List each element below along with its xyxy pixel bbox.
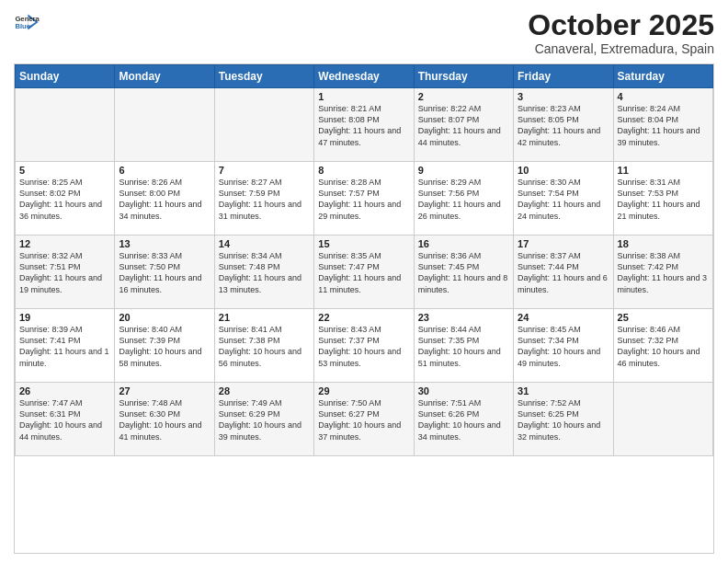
title-block: October 2025 Canaveral, Extremadura, Spa… bbox=[528, 9, 714, 56]
day-number: 12 bbox=[19, 238, 110, 249]
day-info: Sunrise: 8:46 AMSunset: 7:32 PMDaylight:… bbox=[618, 324, 709, 369]
calendar-cell: 2Sunrise: 8:22 AMSunset: 8:07 PMDaylight… bbox=[414, 88, 513, 162]
weekday-header-row: Sunday Monday Tuesday Wednesday Thursday… bbox=[16, 65, 713, 88]
svg-text:Blue: Blue bbox=[15, 22, 30, 30]
day-number: 25 bbox=[618, 312, 709, 323]
calendar-week-row: 1Sunrise: 8:21 AMSunset: 8:08 PMDaylight… bbox=[16, 88, 713, 162]
calendar-cell: 20Sunrise: 8:40 AMSunset: 7:39 PMDayligh… bbox=[115, 309, 214, 383]
calendar-cell bbox=[16, 88, 115, 162]
day-info: Sunrise: 8:38 AMSunset: 7:42 PMDaylight:… bbox=[618, 250, 709, 295]
day-info: Sunrise: 8:25 AMSunset: 8:02 PMDaylight:… bbox=[19, 177, 110, 222]
day-number: 26 bbox=[19, 385, 110, 396]
day-number: 1 bbox=[318, 91, 409, 102]
day-info: Sunrise: 8:27 AMSunset: 7:59 PMDaylight:… bbox=[219, 177, 310, 222]
day-number: 16 bbox=[418, 238, 509, 249]
calendar-cell bbox=[115, 88, 214, 162]
logo-icon: General Blue bbox=[14, 9, 40, 35]
day-number: 11 bbox=[618, 165, 709, 176]
day-info: Sunrise: 8:32 AMSunset: 7:51 PMDaylight:… bbox=[19, 250, 110, 295]
calendar-cell: 12Sunrise: 8:32 AMSunset: 7:51 PMDayligh… bbox=[16, 236, 115, 309]
day-info: Sunrise: 7:48 AMSunset: 6:30 PMDaylight:… bbox=[119, 397, 210, 442]
calendar-cell: 6Sunrise: 8:26 AMSunset: 8:00 PMDaylight… bbox=[115, 162, 214, 236]
day-number: 31 bbox=[518, 385, 609, 396]
header-tuesday: Tuesday bbox=[214, 65, 313, 88]
day-info: Sunrise: 8:29 AMSunset: 7:56 PMDaylight:… bbox=[418, 177, 509, 222]
calendar-cell: 23Sunrise: 8:44 AMSunset: 7:35 PMDayligh… bbox=[414, 309, 513, 383]
calendar-cell bbox=[214, 88, 313, 162]
calendar-cell: 3Sunrise: 8:23 AMSunset: 8:05 PMDaylight… bbox=[514, 88, 613, 162]
calendar-cell: 22Sunrise: 8:43 AMSunset: 7:37 PMDayligh… bbox=[314, 309, 414, 383]
day-number: 21 bbox=[219, 312, 310, 323]
day-number: 24 bbox=[518, 312, 609, 323]
calendar-cell: 19Sunrise: 8:39 AMSunset: 7:41 PMDayligh… bbox=[16, 309, 115, 383]
day-info: Sunrise: 8:33 AMSunset: 7:50 PMDaylight:… bbox=[119, 250, 210, 295]
calendar-cell bbox=[613, 383, 712, 456]
day-number: 28 bbox=[219, 385, 310, 396]
calendar-week-row: 19Sunrise: 8:39 AMSunset: 7:41 PMDayligh… bbox=[16, 309, 713, 383]
day-info: Sunrise: 7:47 AMSunset: 6:31 PMDaylight:… bbox=[19, 397, 110, 442]
day-number: 27 bbox=[119, 385, 210, 396]
calendar-cell: 18Sunrise: 8:38 AMSunset: 7:42 PMDayligh… bbox=[613, 236, 712, 309]
day-info: Sunrise: 8:34 AMSunset: 7:48 PMDaylight:… bbox=[219, 250, 310, 295]
day-number: 8 bbox=[318, 165, 409, 176]
day-number: 18 bbox=[618, 238, 709, 249]
day-info: Sunrise: 8:39 AMSunset: 7:41 PMDaylight:… bbox=[19, 324, 110, 369]
calendar-cell: 13Sunrise: 8:33 AMSunset: 7:50 PMDayligh… bbox=[115, 236, 214, 309]
calendar-cell: 28Sunrise: 7:49 AMSunset: 6:29 PMDayligh… bbox=[214, 383, 313, 456]
header: General Blue October 2025 Canaveral, Ext… bbox=[14, 9, 714, 56]
calendar-week-row: 5Sunrise: 8:25 AMSunset: 8:02 PMDaylight… bbox=[16, 162, 713, 236]
day-info: Sunrise: 8:24 AMSunset: 8:04 PMDaylight:… bbox=[618, 103, 709, 148]
day-info: Sunrise: 8:28 AMSunset: 7:57 PMDaylight:… bbox=[318, 177, 409, 222]
svg-text:General: General bbox=[15, 15, 40, 23]
calendar-cell: 16Sunrise: 8:36 AMSunset: 7:45 PMDayligh… bbox=[414, 236, 513, 309]
logo: General Blue bbox=[14, 9, 41, 35]
day-info: Sunrise: 7:52 AMSunset: 6:25 PMDaylight:… bbox=[518, 397, 609, 442]
day-number: 6 bbox=[119, 165, 210, 176]
calendar-cell: 30Sunrise: 7:51 AMSunset: 6:26 PMDayligh… bbox=[414, 383, 513, 456]
day-number: 5 bbox=[19, 165, 110, 176]
calendar-week-row: 26Sunrise: 7:47 AMSunset: 6:31 PMDayligh… bbox=[16, 383, 713, 456]
calendar-cell: 10Sunrise: 8:30 AMSunset: 7:54 PMDayligh… bbox=[514, 162, 613, 236]
day-number: 10 bbox=[518, 165, 609, 176]
calendar-cell: 8Sunrise: 8:28 AMSunset: 7:57 PMDaylight… bbox=[314, 162, 414, 236]
calendar-cell: 31Sunrise: 7:52 AMSunset: 6:25 PMDayligh… bbox=[514, 383, 613, 456]
day-number: 2 bbox=[418, 91, 509, 102]
day-info: Sunrise: 8:45 AMSunset: 7:34 PMDaylight:… bbox=[518, 324, 609, 369]
day-info: Sunrise: 8:44 AMSunset: 7:35 PMDaylight:… bbox=[418, 324, 509, 369]
calendar-cell: 27Sunrise: 7:48 AMSunset: 6:30 PMDayligh… bbox=[115, 383, 214, 456]
header-friday: Friday bbox=[514, 65, 613, 88]
day-info: Sunrise: 8:37 AMSunset: 7:44 PMDaylight:… bbox=[518, 250, 609, 295]
day-info: Sunrise: 7:49 AMSunset: 6:29 PMDaylight:… bbox=[219, 397, 310, 442]
day-number: 23 bbox=[418, 312, 509, 323]
day-info: Sunrise: 8:22 AMSunset: 8:07 PMDaylight:… bbox=[418, 103, 509, 148]
day-info: Sunrise: 8:41 AMSunset: 7:38 PMDaylight:… bbox=[219, 324, 310, 369]
header-saturday: Saturday bbox=[613, 65, 712, 88]
calendar: Sunday Monday Tuesday Wednesday Thursday… bbox=[14, 63, 714, 554]
header-monday: Monday bbox=[115, 65, 214, 88]
calendar-cell: 25Sunrise: 8:46 AMSunset: 7:32 PMDayligh… bbox=[613, 309, 712, 383]
day-info: Sunrise: 7:51 AMSunset: 6:26 PMDaylight:… bbox=[418, 397, 509, 442]
calendar-cell: 14Sunrise: 8:34 AMSunset: 7:48 PMDayligh… bbox=[214, 236, 313, 309]
day-info: Sunrise: 8:26 AMSunset: 8:00 PMDaylight:… bbox=[119, 177, 210, 222]
day-info: Sunrise: 8:30 AMSunset: 7:54 PMDaylight:… bbox=[518, 177, 609, 222]
day-number: 14 bbox=[219, 238, 310, 249]
day-number: 30 bbox=[418, 385, 509, 396]
calendar-cell: 21Sunrise: 8:41 AMSunset: 7:38 PMDayligh… bbox=[214, 309, 313, 383]
day-info: Sunrise: 8:23 AMSunset: 8:05 PMDaylight:… bbox=[518, 103, 609, 148]
calendar-cell: 15Sunrise: 8:35 AMSunset: 7:47 PMDayligh… bbox=[314, 236, 414, 309]
calendar-cell: 29Sunrise: 7:50 AMSunset: 6:27 PMDayligh… bbox=[314, 383, 414, 456]
day-number: 13 bbox=[119, 238, 210, 249]
calendar-cell: 11Sunrise: 8:31 AMSunset: 7:53 PMDayligh… bbox=[613, 162, 712, 236]
calendar-week-row: 12Sunrise: 8:32 AMSunset: 7:51 PMDayligh… bbox=[16, 236, 713, 309]
calendar-cell: 5Sunrise: 8:25 AMSunset: 8:02 PMDaylight… bbox=[16, 162, 115, 236]
day-number: 3 bbox=[518, 91, 609, 102]
calendar-cell: 24Sunrise: 8:45 AMSunset: 7:34 PMDayligh… bbox=[514, 309, 613, 383]
calendar-cell: 26Sunrise: 7:47 AMSunset: 6:31 PMDayligh… bbox=[16, 383, 115, 456]
day-number: 4 bbox=[618, 91, 709, 102]
day-number: 7 bbox=[219, 165, 310, 176]
day-number: 15 bbox=[318, 238, 409, 249]
calendar-cell: 1Sunrise: 8:21 AMSunset: 8:08 PMDaylight… bbox=[314, 88, 414, 162]
day-number: 9 bbox=[418, 165, 509, 176]
calendar-cell: 7Sunrise: 8:27 AMSunset: 7:59 PMDaylight… bbox=[214, 162, 313, 236]
day-info: Sunrise: 8:43 AMSunset: 7:37 PMDaylight:… bbox=[318, 324, 409, 369]
